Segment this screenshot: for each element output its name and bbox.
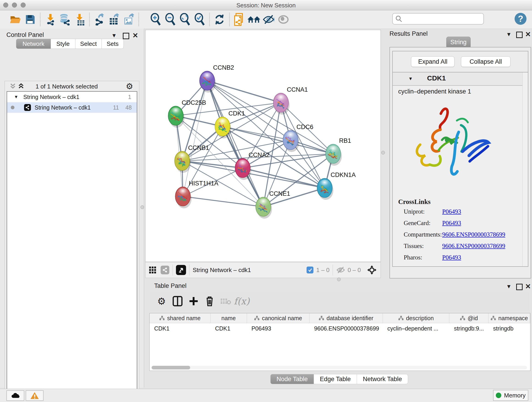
save-session-button[interactable]: [23, 12, 38, 27]
table-cell[interactable]: cyclin–dependent ...: [383, 323, 450, 334]
search-input[interactable]: [402, 15, 479, 22]
column-header-shared-name[interactable]: shared name: [150, 313, 210, 323]
import-network-from-database-button[interactable]: [57, 12, 72, 27]
hidden-eye-icon[interactable]: [336, 266, 345, 274]
table-cell[interactable]: stringdb: [488, 323, 530, 334]
expand-all-button[interactable]: Expand All: [411, 56, 455, 67]
network-edge[interactable]: [207, 81, 263, 207]
column-header-description[interactable]: description: [383, 313, 450, 323]
crosslink-link[interactable]: P06493: [442, 220, 461, 227]
import-table-button[interactable]: [72, 12, 87, 27]
network-node-ccna2[interactable]: [235, 158, 251, 180]
selected-checkbox-icon[interactable]: [307, 267, 313, 274]
crosslink-link[interactable]: P06493: [442, 208, 461, 215]
section-collapse-triangle-icon[interactable]: ▼: [408, 76, 413, 81]
column-tree-icon: [460, 316, 465, 321]
network-node-ccnb2[interactable]: [200, 71, 216, 93]
crosslink-row: Uniprot:P06493: [404, 208, 523, 215]
network-edge[interactable]: [183, 81, 207, 196]
status-bar: Memory: [0, 389, 532, 402]
add-column-icon[interactable]: [186, 294, 202, 308]
network-row[interactable]: String Network – cdk1 11 48: [7, 102, 137, 113]
table-cell[interactable]: CDK1: [150, 323, 210, 334]
network-share-icon[interactable]: [161, 266, 169, 274]
expand-all-icon[interactable]: [18, 83, 24, 89]
right-splitter-handle[interactable]: [381, 151, 385, 154]
network-edge[interactable]: [183, 196, 263, 207]
network-node-cdkn1a[interactable]: [317, 178, 333, 200]
column-header-database-identifier[interactable]: database identifier: [310, 313, 383, 323]
left-splitter-handle[interactable]: [140, 205, 144, 209]
fit-selected-crosshair-icon[interactable]: [367, 265, 377, 275]
zoom-selected-button[interactable]: [192, 12, 207, 27]
show-columns-icon[interactable]: [170, 294, 186, 308]
collection-row[interactable]: ▼ String Network – cdk1 1: [7, 92, 137, 102]
network-node-rb1[interactable]: [326, 144, 342, 166]
table-cell[interactable]: P06493: [247, 323, 310, 334]
results-close-icon[interactable]: ✕: [525, 30, 531, 38]
tab-network[interactable]: Network: [16, 39, 51, 49]
column-header-canonical-name[interactable]: canonical name: [247, 313, 310, 323]
tab-edge-table[interactable]: Edge Table: [314, 374, 357, 384]
open-session-button[interactable]: [8, 12, 23, 27]
table-close-icon[interactable]: ✕: [525, 282, 531, 290]
zoom-out-button[interactable]: [163, 12, 177, 27]
network-node-hist1h1a[interactable]: [175, 187, 191, 208]
tab-node-table[interactable]: Node Table: [270, 374, 314, 384]
crosslink-link[interactable]: 9606.ENSP00000378699: [442, 242, 505, 249]
column-header-name[interactable]: name: [210, 313, 247, 323]
results-scrollbar[interactable]: [522, 72, 527, 266]
results-float-icon[interactable]: ▼: [506, 31, 512, 38]
gear-icon[interactable]: ⚙: [126, 82, 133, 91]
table-cell[interactable]: stringdb:9...: [449, 323, 488, 334]
export-table-button[interactable]: [107, 12, 121, 27]
delete-column-icon[interactable]: [202, 294, 218, 308]
protein-header[interactable]: ▼ CDK1: [393, 72, 527, 86]
refresh-view-button[interactable]: [212, 12, 227, 27]
import-network-button[interactable]: [43, 12, 57, 27]
close-panel-icon[interactable]: ✕: [133, 32, 138, 39]
network-node-ccnb1[interactable]: [175, 151, 191, 173]
table-gear-icon[interactable]: ⚙: [153, 294, 170, 308]
results-maximize-icon[interactable]: [516, 32, 523, 39]
table-float-icon[interactable]: ▼: [506, 283, 512, 290]
hide-unhide-button[interactable]: [261, 12, 276, 27]
table-hscrollbar-thumb[interactable]: [152, 366, 190, 370]
warning-status-button[interactable]: [26, 390, 44, 401]
maximize-panel-icon[interactable]: [123, 33, 129, 40]
export-network-button[interactable]: [92, 12, 107, 27]
crosslinks-heading: CrossLinks: [398, 198, 431, 206]
column-header--id[interactable]: @id: [449, 313, 488, 323]
float-panel-icon[interactable]: ▼: [111, 32, 117, 39]
column-header-namespace[interactable]: namespace: [488, 313, 530, 323]
help-button[interactable]: ?: [515, 13, 526, 25]
tab-style[interactable]: Style: [51, 39, 75, 49]
table-cell[interactable]: CDK1: [210, 323, 247, 334]
tab-network-table[interactable]: Network Table: [357, 374, 408, 384]
table-maximize-icon[interactable]: [516, 284, 523, 291]
network-list: ▼ String Network – cdk1 1 String Network…: [7, 91, 137, 402]
grid-view-icon[interactable]: [149, 266, 157, 274]
network-node-ccne1[interactable]: [256, 197, 272, 219]
tab-string[interactable]: String: [446, 37, 471, 48]
table-row[interactable]: CDK1CDK1P064939606.ENSP00000378699cyclin…: [150, 323, 530, 334]
cloud-status-button[interactable]: [6, 390, 24, 401]
zoom-in-button[interactable]: [148, 12, 163, 27]
network-edge[interactable]: [207, 81, 281, 103]
crosslink-link[interactable]: P06493: [442, 254, 461, 261]
export-image-button[interactable]: [121, 12, 136, 27]
table-cell[interactable]: 9606.ENSP00000378699: [310, 323, 383, 334]
tab-sets[interactable]: Sets: [102, 39, 124, 49]
show-all-networks-button[interactable]: [247, 12, 261, 27]
zoom-fit-button[interactable]: [177, 12, 192, 27]
crosslink-link[interactable]: 9606.ENSP00000378699: [442, 231, 505, 238]
tab-select[interactable]: Select: [75, 39, 102, 49]
network-edge[interactable]: [207, 81, 333, 154]
collapse-all-icon[interactable]: [10, 83, 16, 89]
collapse-triangle-icon[interactable]: ▼: [14, 95, 18, 99]
collapse-all-button[interactable]: Collapse All: [461, 56, 510, 67]
memory-button[interactable]: Memory: [493, 390, 528, 401]
network-canvas[interactable]: CCNB2CCNA1CDC25BCDK1CDC6RB1CCNB1CCNA2CDK…: [145, 30, 381, 262]
clone-network-button[interactable]: [232, 12, 247, 27]
birds-eye-view-icon[interactable]: [176, 265, 186, 275]
